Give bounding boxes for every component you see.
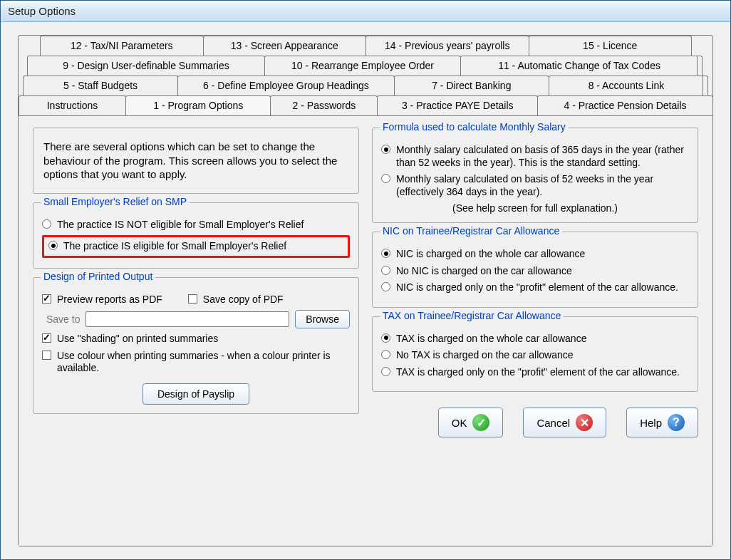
- setup-options-window: Setup Options 12 - Tax/NI Parameters 13 …: [0, 0, 731, 560]
- dialog-button-row: OK ✓ Cancel ✕ Help ?: [372, 408, 698, 437]
- radio-icon: [381, 145, 390, 154]
- tab-5-staff-budgets[interactable]: 5 - Staff Budgets: [23, 76, 178, 95]
- tab-instructions[interactable]: Instructions: [19, 95, 126, 115]
- group-tax: TAX on Trainee/Registrar Car Allowance T…: [372, 316, 698, 393]
- tab-12-tax-ni[interactable]: 12 - Tax/NI Parameters: [40, 36, 204, 56]
- ok-button[interactable]: OK ✓: [438, 408, 504, 437]
- nic-option-whole[interactable]: NIC is charged on the whole car allowanc…: [381, 248, 689, 261]
- tab-2-passwords[interactable]: 2 - Passwords: [270, 95, 378, 115]
- tax-whole-label: TAX is charged on the whole car allowanc…: [396, 333, 586, 346]
- check-colour[interactable]: Use colour when printing summaries - whe…: [42, 350, 350, 375]
- tab-row-3: 5 - Staff Budgets 6 - Define Employee Gr…: [19, 76, 712, 95]
- row-save-to: Save to Browse: [42, 310, 350, 328]
- check-preview-pdf[interactable]: Preview reports as PDF: [42, 294, 162, 306]
- client-area: 12 - Tax/NI Parameters 13 - Screen Appea…: [1, 22, 730, 559]
- radio-icon: [42, 219, 51, 229]
- tab-10-rearrange[interactable]: 10 - Rearrange Employee Order: [264, 56, 461, 76]
- help-icon: ?: [668, 414, 685, 431]
- formula-option-365[interactable]: Monthly salary calculated on basis of 36…: [381, 144, 689, 169]
- radio-icon: [381, 266, 390, 275]
- tax-none-label: No TAX is charged on the car allowance: [396, 349, 574, 362]
- radio-icon: [381, 350, 390, 359]
- group-smp-legend: Small Employer's Relief on SMP: [41, 196, 190, 207]
- smp-option-not-eligible[interactable]: The practice IS NOT eligible for Small E…: [42, 219, 350, 232]
- tab-14-previous-payrolls[interactable]: 14 - Previous years' payrolls: [366, 36, 529, 56]
- tax-profit-label: TAX is charged only on the "profit" elem…: [396, 366, 680, 379]
- group-formula: Formula used to calculate Monthly Salary…: [372, 128, 698, 223]
- colour-label: Use colour when printing summaries - whe…: [57, 350, 350, 375]
- tab-stub: [703, 76, 708, 95]
- radio-icon: [381, 282, 390, 291]
- cancel-button[interactable]: Cancel ✕: [523, 408, 606, 437]
- window-title: Setup Options: [8, 5, 76, 17]
- checkbox-icon: [42, 333, 51, 343]
- check-shading[interactable]: Use "shading" on printed summaries: [42, 333, 350, 346]
- formula-52-label: Monthly salary calculated on basis of 52…: [396, 173, 689, 198]
- group-nic-legend: NIC on Trainee/Registrar Car Allowance: [380, 225, 562, 237]
- tab-row-4: Instructions 1 - Program Options 2 - Pas…: [19, 95, 712, 115]
- tab-3-paye-details[interactable]: 3 - Practice PAYE Details: [377, 95, 538, 115]
- intro-text: There are several options which can be s…: [33, 128, 359, 194]
- radio-icon: [381, 249, 390, 258]
- radio-icon: [381, 174, 390, 183]
- tab-1-program-options[interactable]: 1 - Program Options: [125, 95, 271, 115]
- formula-option-52[interactable]: Monthly salary calculated on basis of 52…: [381, 173, 689, 198]
- tab-15-licence[interactable]: 15 - Licence: [529, 36, 693, 56]
- check-save-copy-pdf[interactable]: Save copy of PDF: [188, 294, 284, 306]
- tab-6-group-headings[interactable]: 6 - Define Employee Group Headings: [177, 76, 395, 95]
- nic-profit-label: NIC is charged only on the "profit" elem…: [396, 281, 678, 294]
- group-printed-legend: Design of Printed Output: [41, 271, 155, 282]
- tab-7-direct-banking[interactable]: 7 - Direct Banking: [394, 76, 549, 95]
- ok-label: OK: [452, 417, 467, 429]
- design-payslip-button[interactable]: Design of Payslip: [142, 383, 249, 405]
- checkbox-icon: [42, 351, 51, 360]
- nic-option-none[interactable]: No NIC is charged on the car allowance: [381, 265, 689, 278]
- tab-8-accounts-link[interactable]: 8 - Accounts Link: [549, 76, 704, 95]
- nic-none-label: No NIC is charged on the car allowance: [396, 265, 572, 278]
- tab-body: There are several options which can be s…: [19, 115, 712, 546]
- design-payslip-row: Design of Payslip: [42, 383, 350, 405]
- tab-stub: [697, 56, 703, 76]
- group-nic: NIC on Trainee/Registrar Car Allowance N…: [372, 232, 698, 308]
- help-label: Help: [640, 417, 662, 429]
- group-smp: Small Employer's Relief on SMP The pract…: [33, 202, 359, 269]
- left-column: There are several options which can be s…: [33, 128, 359, 534]
- smp-option-eligible[interactable]: The practice IS eligible for Small Emplo…: [48, 240, 343, 253]
- preview-pdf-label: Preview reports as PDF: [57, 294, 162, 306]
- tab-9-summaries[interactable]: 9 - Design User-definable Summaries: [27, 56, 265, 76]
- save-copy-label: Save copy of PDF: [203, 294, 284, 306]
- tax-option-whole[interactable]: TAX is charged on the whole car allowanc…: [381, 333, 689, 346]
- right-column: Formula used to calculate Monthly Salary…: [372, 128, 698, 534]
- radio-icon: [381, 333, 390, 343]
- save-to-label: Save to: [46, 313, 80, 325]
- help-button[interactable]: Help ?: [626, 408, 698, 437]
- ok-icon: ✓: [472, 414, 489, 431]
- tab-row-2: 9 - Design User-definable Summaries 10 -…: [19, 56, 712, 76]
- smp-option-not-label: The practice IS NOT eligible for Small E…: [57, 219, 304, 232]
- tax-option-none[interactable]: No TAX is charged on the car allowance: [381, 349, 689, 362]
- tab-control: 12 - Tax/NI Parameters 13 - Screen Appea…: [18, 35, 713, 546]
- formula-365-label: Monthly salary calculated on basis of 36…: [396, 144, 689, 169]
- highlight-eligible: The practice IS eligible for Small Emplo…: [42, 235, 350, 258]
- cancel-icon: ✕: [576, 414, 593, 431]
- group-tax-legend: TAX on Trainee/Registrar Car Allowance: [380, 310, 564, 321]
- cancel-label: Cancel: [536, 417, 570, 429]
- checkbox-icon: [42, 294, 51, 304]
- group-printed-output: Design of Printed Output Preview reports…: [33, 277, 359, 414]
- formula-help-note: (See help screen for full explanation.): [381, 202, 689, 214]
- radio-icon: [48, 241, 58, 250]
- titlebar: Setup Options: [1, 1, 730, 22]
- group-formula-legend: Formula used to calculate Monthly Salary: [380, 121, 569, 133]
- nic-whole-label: NIC is charged on the whole car allowanc…: [396, 248, 585, 261]
- row-preview-save: Preview reports as PDF Save copy of PDF: [42, 294, 350, 306]
- tab-row-1: 12 - Tax/NI Parameters 13 - Screen Appea…: [19, 36, 712, 56]
- shading-label: Use "shading" on printed summaries: [57, 333, 218, 346]
- tab-13-screen-appearance[interactable]: 13 - Screen Appearance: [203, 36, 367, 56]
- tab-4-pension-details[interactable]: 4 - Practice Pension Details: [537, 95, 713, 115]
- tax-option-profit[interactable]: TAX is charged only on the "profit" elem…: [381, 366, 689, 379]
- smp-option-is-label: The practice IS eligible for Small Emplo…: [63, 240, 286, 253]
- tab-11-tax-codes[interactable]: 11 - Automatic Change of Tax Codes: [460, 56, 698, 76]
- browse-button[interactable]: Browse: [295, 310, 350, 328]
- save-to-input[interactable]: [85, 311, 289, 327]
- nic-option-profit[interactable]: NIC is charged only on the "profit" elem…: [381, 281, 689, 294]
